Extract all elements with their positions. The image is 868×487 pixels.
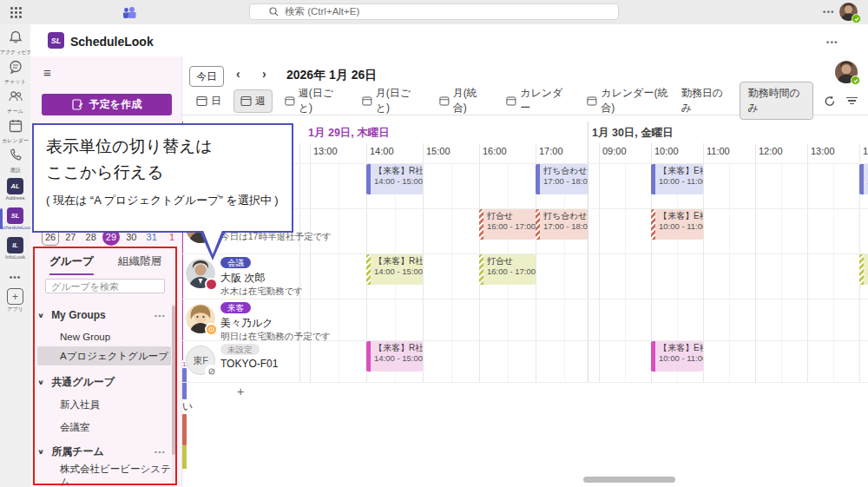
rail-item-apps[interactable]: +アプリ <box>0 288 30 316</box>
event[interactable]: 【来客】E社 滝沢10:00 - 11:00 <box>651 341 703 372</box>
event-body: 【来客】E社 滝沢10:00 - 11:00 <box>655 341 703 372</box>
event[interactable]: 打ち合わせ 研修17:00 - 18:00 <box>536 164 588 194</box>
topbar-more-button[interactable]: ••• <box>823 8 835 16</box>
add-member-button[interactable]: + <box>233 385 248 400</box>
event-continuation[interactable] <box>182 368 187 399</box>
filter-icon[interactable] <box>846 95 858 107</box>
event-title: 【来客】E社 滝沢 <box>659 165 700 176</box>
view-tab-週(日ごと)[interactable]: 週(日ごと) <box>278 82 350 120</box>
view-tab-label: 週(日ごと) <box>299 86 343 115</box>
event[interactable]: 【来客】E社 滝沢10:00 - 11:00 <box>651 209 703 240</box>
day-boundary-line <box>588 122 589 382</box>
view-tab-カレンダー(統合)[interactable]: カレンダー(統合) <box>580 82 681 120</box>
event[interactable]: 【来客】14:00 - 15:00 <box>859 164 868 194</box>
next-button[interactable]: › <box>262 67 266 81</box>
rail-item-chat[interactable]: チャット <box>0 59 30 87</box>
person-column-divider <box>299 143 300 382</box>
search-input[interactable]: 検索 (Ctrl+Alt+E) <box>249 3 619 20</box>
event[interactable]: 打ち合わせ 研修17:00 - 18:00 <box>536 209 588 240</box>
group-section[interactable]: ∨My Groups••• <box>37 306 171 325</box>
view-tabs: 日週週(日ごと)月(日ごと)月(統合)カレンダーカレンダー(統合) <box>182 82 681 120</box>
group-item[interactable]: New Group <box>37 327 171 346</box>
rail-item-label: アプリ <box>0 306 30 313</box>
group-section[interactable]: ∨共通グループ <box>37 372 171 392</box>
presence-available-icon <box>852 14 861 23</box>
view-tab-週[interactable]: 週 <box>233 89 273 113</box>
group-section[interactable]: ∨所属チーム••• <box>37 442 171 461</box>
view-tab-calendar-icon <box>439 95 450 107</box>
event[interactable]: 【来客】E社 滝沢10:00 - 11:00 <box>651 164 703 194</box>
rail-item-address[interactable]: ALAddress <box>0 177 30 205</box>
view-tab-カレンダー[interactable]: カレンダー <box>499 82 575 120</box>
worktime-only-button[interactable]: 勤務時間のみ <box>740 82 813 120</box>
grid-hour-line <box>755 143 756 382</box>
view-tab-calendar-icon <box>285 95 295 107</box>
event[interactable]: 【来客】R社 小14:00 - 15:00 <box>366 164 423 194</box>
grid-hour-line <box>703 143 704 382</box>
grid-half-line <box>781 163 782 382</box>
event-time: 17:00 - 18:00 <box>543 221 584 232</box>
workday-only-button[interactable]: 勤務日のみ <box>681 86 730 115</box>
menu-icon[interactable]: ≡ <box>43 67 57 79</box>
view-tab-月(日ごと)[interactable]: 月(日ごと) <box>355 82 427 120</box>
view-tab-月(統合)[interactable]: 月(統合) <box>432 82 495 120</box>
teams-logo-icon[interactable] <box>122 6 137 18</box>
current-time-label: 16:58 <box>182 360 868 368</box>
event[interactable]: 打合せ16:00 - 17:00 <box>479 254 536 285</box>
rail-item-calendar[interactable]: カレンダー <box>0 118 30 146</box>
search-icon <box>269 7 279 16</box>
chat-icon <box>8 59 23 75</box>
group-search-input[interactable] <box>45 279 165 293</box>
event-continuation[interactable] <box>182 445 187 469</box>
event[interactable]: 打合せ16:00 - 17:00 <box>479 209 536 240</box>
rail-item-teams[interactable]: チーム <box>0 89 30 116</box>
event-body: 【来客】E社 滝沢10:00 - 11:00 <box>655 164 703 194</box>
event-time: 10:00 - 11:00 <box>659 176 700 187</box>
event[interactable]: 【来客】14:00 - 15:00 <box>859 254 868 285</box>
rail-item-label: カレンダー <box>0 137 30 145</box>
rail-item-label: InfoLook <box>0 254 30 260</box>
rail-item-schedulelook[interactable]: SLScheduleLook <box>0 207 30 234</box>
create-event-button[interactable]: 予定を作成 <box>42 94 172 115</box>
group-section-more-button[interactable]: ••• <box>155 448 166 456</box>
grid-hour-line <box>599 143 600 382</box>
refresh-icon[interactable] <box>824 95 836 108</box>
group-item[interactable]: 株式会社ビービーシステム <box>37 466 171 485</box>
event-body: 打合せ16:00 - 17:00 <box>483 209 536 240</box>
prev-button[interactable]: ‹ <box>236 67 240 81</box>
rail-selected-indicator <box>0 208 3 229</box>
screen: 検索 (Ctrl+Alt+E) ••• アクティビティチャットチームカレンダー通… <box>0 0 868 487</box>
event-title: 【来客】E社 滝沢 <box>659 342 700 353</box>
rail-item-infolook[interactable]: ILInfoLook <box>0 236 30 264</box>
group-scrollbar-thumb[interactable] <box>172 306 175 455</box>
hour-label: 17:00 <box>539 146 563 156</box>
hour-label: 16:00 <box>483 146 507 156</box>
rail-item-activity[interactable]: アクティビティ <box>0 30 30 57</box>
view-tab-label: カレンダー <box>520 86 568 115</box>
person-status: い <box>182 399 868 414</box>
app-more-button[interactable]: ••• <box>826 38 838 47</box>
rail-item-calls[interactable]: 通話 <box>0 148 30 175</box>
callout-line2: ここから行える <box>46 160 279 186</box>
panel-tab-グループ[interactable]: グループ <box>49 254 94 275</box>
grid-hour-line <box>807 143 808 382</box>
event[interactable]: 【来客】R社 小14:00 - 15:00 <box>366 341 423 372</box>
rail-item-label: チャット <box>0 78 30 86</box>
group-item[interactable]: 新入社員 <box>37 395 171 414</box>
panel-tab-組織階層[interactable]: 組織階層 <box>118 254 161 275</box>
view-tab-label: カレンダー(統合) <box>601 86 674 115</box>
app-launcher-icon[interactable] <box>10 7 22 18</box>
hour-label: 14:00 <box>370 146 394 156</box>
horizontal-scrollbar-thumb[interactable] <box>583 477 675 483</box>
group-item[interactable]: 会議室 <box>37 418 171 437</box>
group-item[interactable]: Aプロジェクトグループ <box>37 346 171 365</box>
event-continuation[interactable] <box>182 414 187 445</box>
view-tab-日[interactable]: 日 <box>189 89 228 113</box>
callout-line3: ( 現在は “A プロジェクトグループ” を選択中 ) <box>46 193 279 208</box>
annotation-callout: 表示単位の切り替えは ここから行える ( 現在は “A プロジェクトグループ” … <box>32 123 293 233</box>
event[interactable]: 【来客】R社 小14:00 - 15:00 <box>366 254 423 285</box>
group-section-more-button[interactable]: ••• <box>155 312 166 319</box>
grid-half-line <box>833 163 834 382</box>
main-area: 今日 ‹ › 2026年 1月 26日 日週週(日ごと)月(日ごと)月(統合)カ… <box>182 56 868 487</box>
calls-icon <box>8 148 23 163</box>
